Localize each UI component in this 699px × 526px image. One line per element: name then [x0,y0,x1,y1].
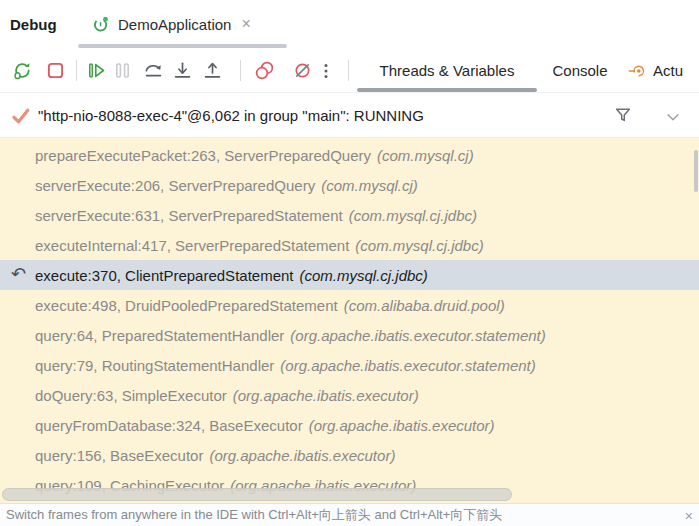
vertical-scrollbar[interactable] [694,150,698,192]
active-tab-underline [357,88,537,92]
step-out-button[interactable] [200,58,225,83]
frame-package: (com.mysql.cj.jdbc) [349,207,477,224]
tab-label: Actu [653,62,683,79]
page-title: Debug [10,0,57,48]
verified-check-icon [10,105,32,127]
frame-package: (com.mysql.cj.jdbc) [300,267,428,284]
rerun-button[interactable] [10,58,35,83]
status-bar: Switch frames from anywhere in the IDE w… [0,503,699,526]
resume-button[interactable] [84,58,109,83]
frame-package: (org.apache.ibatis.executor) [309,417,495,434]
step-out-icon [202,60,223,81]
step-into-icon [172,60,193,81]
frame-package: (org.apache.ibatis.executor.statement) [280,357,535,374]
step-over-button[interactable] [141,58,166,83]
frame-location: serverExecute:206, ServerPreparedQuery [35,177,315,194]
breakpoints-icon [254,60,275,81]
stack-frame-row[interactable]: ↶ query:156, BaseExecutor (org.apache.ib… [0,440,699,470]
stack-frame-row[interactable]: ↶ serverExecute:206, ServerPreparedQuery… [0,170,699,200]
toolbar-separator [240,60,241,81]
frame-package: (com.mysql.cj.jdbc) [355,237,483,254]
toolbar-separator [76,60,77,81]
frame-location: doQuery:63, SimpleExecutor [35,387,227,404]
toolbar-separator [348,60,349,81]
horizontal-scrollbar[interactable] [2,488,512,501]
frame-location: prepareExecutePacket:263, ServerPrepared… [35,147,371,164]
frame-location: queryFromDatabase:324, BaseExecutor [35,417,303,434]
resume-icon [86,60,107,81]
step-into-button[interactable] [170,58,195,83]
ellipsis-icon [316,61,336,81]
status-hint-text: Switch frames from anywhere in the IDE w… [0,506,502,524]
tab-actuator[interactable]: Actu [628,48,699,93]
frame-location: execute:370, ClientPreparedStatement [35,267,294,284]
stack-frame-row[interactable]: ↶ serverExecute:631, ServerPreparedState… [0,200,699,230]
tab-label: Console [552,62,607,79]
mute-breakpoints-button[interactable] [290,58,315,83]
step-over-icon [143,60,164,81]
pause-button[interactable] [110,58,135,83]
run-tab-label: DemoApplication [118,16,231,33]
frame-package: (com.alibaba.druid.pool) [344,297,505,314]
more-options-button[interactable] [316,58,336,83]
chevron-down-icon[interactable] [664,108,682,126]
stop-icon [45,60,66,81]
frame-package: (org.apache.ibatis.executor) [209,447,395,464]
frame-location: serverExecute:631, ServerPreparedStateme… [35,207,343,224]
frame-location: query:64, PreparedStatementHandler [35,327,284,344]
close-tab-icon[interactable]: × [239,16,252,32]
spring-boot-icon [92,15,110,33]
frame-package: (org.apache.ibatis.executor) [233,387,419,404]
stack-frame-row[interactable]: ↶ execute:498, DruidPooledPreparedStatem… [0,290,699,320]
view-breakpoints-button[interactable] [252,58,277,83]
tool-window-header: Debug DemoApplication × [0,0,699,48]
mute-breakpoints-icon [292,60,313,81]
frames-list: ↶ prepareExecutePacket:263, ServerPrepar… [0,138,699,503]
frame-location: executeInternal:417, ServerPreparedState… [35,237,349,254]
stack-frame-row[interactable]: ↶ query:79, RoutingStatementHandler (org… [0,350,699,380]
tab-threads-variables[interactable]: Threads & Variables [357,48,537,93]
stack-frame-row[interactable]: ↶ query:64, PreparedStatementHandler (or… [0,320,699,350]
actuator-icon [628,62,646,80]
pause-icon [112,60,133,81]
frame-package: (org.apache.ibatis.executor.statement) [290,327,545,344]
debug-tool-window: Debug DemoApplication × [0,0,699,526]
execution-point-icon: ↶ [11,263,26,284]
stack-frame-row[interactable]: ↶ doQuery:63, SimpleExecutor (org.apache… [0,380,699,410]
thread-status-text: "http-nio-8088-exec-4"@6,062 in group "m… [38,93,424,138]
close-icon[interactable]: × [682,504,696,526]
frame-location: query:79, RoutingStatementHandler [35,357,274,374]
rerun-icon [12,60,33,81]
stack-frame-row[interactable]: ↶ execute:370, ClientPreparedStatement (… [0,260,699,290]
filter-icon[interactable] [613,105,633,125]
frame-package: (com.mysql.cj) [377,147,474,164]
stack-frame-row[interactable]: ↶ executeInternal:417, ServerPreparedSta… [0,230,699,260]
tab-label: Threads & Variables [380,62,515,79]
frame-location: query:156, BaseExecutor [35,447,203,464]
frame-location: execute:498, DruidPooledPreparedStatemen… [35,297,338,314]
frame-package: (com.mysql.cj) [321,177,418,194]
stack-frame-row[interactable]: ↶ prepareExecutePacket:263, ServerPrepar… [0,140,699,170]
tab-demoapplication[interactable]: DemoApplication × [78,0,267,48]
stop-button[interactable] [43,58,68,83]
thread-status-bar[interactable]: "http-nio-8088-exec-4"@6,062 in group "m… [0,93,699,138]
tab-console[interactable]: Console [535,48,625,93]
stack-frame-row[interactable]: ↶ queryFromDatabase:324, BaseExecutor (o… [0,410,699,440]
